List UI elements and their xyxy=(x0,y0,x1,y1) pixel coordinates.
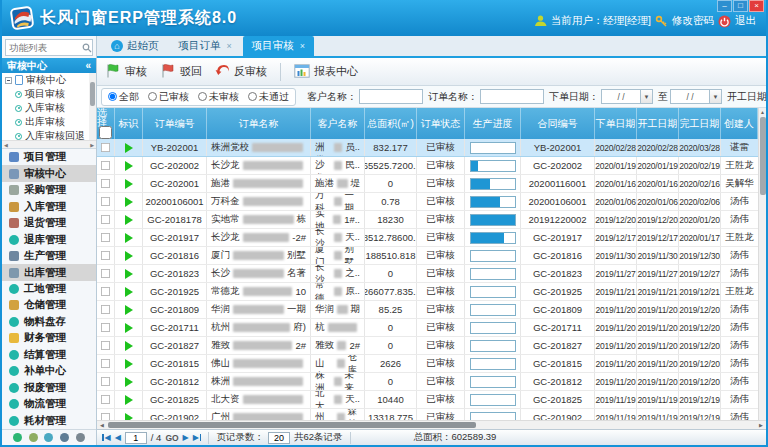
row-checkbox[interactable] xyxy=(101,305,110,314)
collapse-expander-icon[interactable] xyxy=(5,77,12,84)
table-row[interactable]: GC-202001施港施港堤0已审核202001160012020/01/162… xyxy=(97,175,758,193)
leaf-icon[interactable] xyxy=(44,433,53,442)
row-checkbox[interactable] xyxy=(101,287,110,296)
sidebar-panel-header[interactable]: 审核中心 « xyxy=(2,58,96,73)
row-checkbox[interactable] xyxy=(101,251,110,260)
table-row[interactable]: GC-201823长沙名著长沙之..0已审核GC-2018232019/11/2… xyxy=(97,265,758,283)
sidebar-module-2[interactable]: 采购管理 xyxy=(2,182,96,198)
collapse-icon[interactable]: « xyxy=(85,60,91,71)
function-search-input[interactable] xyxy=(6,42,82,53)
table-row[interactable]: GC-201816厦门别墅厦门别墅188510.818已审核GC-2018162… xyxy=(97,247,758,265)
sidebar-module-4[interactable]: 退货管理 xyxy=(2,215,96,231)
order-date-from-picker[interactable]: / /▼ xyxy=(601,89,653,104)
column-header-8[interactable]: 合同编号 xyxy=(521,108,595,139)
page-size-input[interactable] xyxy=(268,432,290,444)
row-checkbox[interactable] xyxy=(101,341,110,350)
row-checkbox[interactable] xyxy=(101,359,110,368)
row-checkbox[interactable] xyxy=(101,197,110,206)
table-row[interactable]: GC-201825北大资北大天..10440已审核GC-2018252019/1… xyxy=(97,391,758,409)
status-radio-option[interactable]: 全部 xyxy=(108,90,139,104)
table-row[interactable]: GC-201917长沙龙-2#长沙天..8512.78600..已审核GC-20… xyxy=(97,229,758,247)
table-row[interactable]: 20200106001万科金万科一期0.78已审核202001060012020… xyxy=(97,193,758,211)
customer-name-input[interactable] xyxy=(359,89,423,104)
sidebar-module-8[interactable]: 工地管理 xyxy=(2,281,96,297)
close-icon[interactable]: × xyxy=(749,0,764,12)
column-header-10[interactable]: 开工日期 xyxy=(637,108,679,139)
maximize-icon[interactable]: □ xyxy=(733,0,748,12)
scroll-right-icon[interactable]: ▶ xyxy=(90,142,94,148)
table-row[interactable]: GC-2018178实地常栋实地1#..18230已审核201912200022… xyxy=(97,211,758,229)
dot-icon[interactable] xyxy=(13,433,22,442)
table-row[interactable]: GC-202002长沙龙长沙龙民..65525.7200..已审核GC-2020… xyxy=(97,157,758,175)
first-page-button[interactable]: ◀ xyxy=(102,433,111,442)
table-row[interactable]: GC-201925常德龙10常德原..266077.835..已审核GC-201… xyxy=(97,283,758,301)
sidebar-module-11[interactable]: 财务管理 xyxy=(2,330,96,346)
column-header-1[interactable]: 标识 xyxy=(115,108,143,139)
row-checkbox[interactable] xyxy=(101,179,110,188)
sidebar-module-5[interactable]: 退库管理 xyxy=(2,231,96,247)
status-radio-1[interactable] xyxy=(148,92,157,101)
row-checkbox[interactable] xyxy=(101,323,110,332)
sidebar-module-9[interactable]: 仓储管理 xyxy=(2,297,96,313)
status-radio-option[interactable]: 未审核 xyxy=(198,90,239,104)
logout-button[interactable]: 退出 xyxy=(735,14,756,28)
toolbar-button-0[interactable]: 审核 xyxy=(105,63,147,81)
sidebar-module-12[interactable]: 结算管理 xyxy=(2,347,96,363)
row-checkbox[interactable] xyxy=(101,413,110,420)
prev-page-button[interactable]: ◀ xyxy=(115,433,121,442)
row-checkbox[interactable] xyxy=(101,233,110,242)
table-row[interactable]: GC-201809华润一期华润期85.25已审核GC-2018092019/11… xyxy=(97,301,758,319)
table-horizontal-scrollbar[interactable]: ◀ ▶ xyxy=(97,420,766,429)
last-page-button[interactable]: ▶ xyxy=(193,433,202,442)
row-checkbox[interactable] xyxy=(101,395,110,404)
toolbar-button-2[interactable]: 反审核 xyxy=(215,64,267,79)
column-header-2[interactable]: 订单编号 xyxy=(143,108,207,139)
tab-close-icon[interactable]: × xyxy=(227,41,232,51)
column-header-0[interactable]: 选择 xyxy=(97,108,115,139)
more-icon[interactable] xyxy=(76,433,85,442)
toolbar-button-1[interactable]: 驳回 xyxy=(160,63,202,81)
sidebar-module-13[interactable]: 补单中心 xyxy=(2,363,96,379)
sidebar-module-10[interactable]: 物料盘存 xyxy=(2,314,96,330)
row-checkbox[interactable] xyxy=(101,161,110,170)
sidebar-module-15[interactable]: 物流管理 xyxy=(2,396,96,412)
column-header-12[interactable]: 创建人 xyxy=(721,108,758,139)
sidebar-module-7[interactable]: 出库管理 xyxy=(2,264,96,280)
toolbar-button-3[interactable]: 报表中心 xyxy=(294,64,358,80)
tab-2[interactable]: 项目审核× xyxy=(243,36,314,56)
tree-horizontal-scrollbar[interactable]: ◀▶ xyxy=(2,140,96,148)
column-header-4[interactable]: 客户名称 xyxy=(311,108,365,139)
table-row[interactable]: GC-201711杭州府)杭0已审核GC-2017112019/11/20201… xyxy=(97,319,758,337)
sidebar-module-16[interactable]: 耗材管理 xyxy=(2,413,96,429)
tab-0[interactable]: ⌂起始页 xyxy=(102,36,168,56)
sidebar-module-6[interactable]: 生产管理 xyxy=(2,248,96,264)
row-checkbox[interactable] xyxy=(101,377,110,386)
order-name-input[interactable] xyxy=(480,89,544,104)
next-page-button[interactable]: ▶ xyxy=(183,433,189,442)
column-header-3[interactable]: 订单名称 xyxy=(207,108,311,139)
status-radio-0[interactable] xyxy=(108,92,117,101)
status-radio-2[interactable] xyxy=(198,92,207,101)
column-header-5[interactable]: 总面积(㎡) xyxy=(365,108,417,139)
row-checkbox[interactable] xyxy=(101,143,110,152)
tree-item-3[interactable]: 入库审核回退 xyxy=(2,129,89,140)
go-button[interactable]: GO xyxy=(165,433,178,443)
table-vertical-scrollbar[interactable]: ▲ xyxy=(758,108,766,420)
sidebar-module-1[interactable]: 审核中心 xyxy=(2,165,96,181)
scroll-left-icon[interactable]: ◀ xyxy=(97,422,107,428)
minimize-icon[interactable]: – xyxy=(717,0,732,12)
column-header-9[interactable]: 下单日期 xyxy=(595,108,637,139)
change-password-button[interactable]: 修改密码 xyxy=(672,14,714,28)
table-row[interactable]: GC-201815佛山佛山中仓库2626已审核GC-2018152019/11/… xyxy=(97,355,758,373)
tree-item-1[interactable]: 入库审核 xyxy=(2,101,89,115)
table-row[interactable]: YB-202001株洲党校株洲党员..832.177已审核YB-20200120… xyxy=(97,139,758,157)
page-number-input[interactable] xyxy=(125,432,147,444)
scrollbar-thumb[interactable] xyxy=(760,117,766,195)
order-date-to-picker[interactable]: / /▼ xyxy=(670,89,722,104)
status-radio-3[interactable] xyxy=(248,92,257,101)
cart-icon[interactable] xyxy=(29,433,38,442)
person-icon[interactable] xyxy=(60,433,69,442)
scroll-right-icon[interactable]: ▶ xyxy=(756,422,766,428)
tree-item-0[interactable]: 项目审核 xyxy=(2,87,89,101)
table-row[interactable]: GC-201827雅致2#雅致2#0已审核GC-2018272019/11/20… xyxy=(97,337,758,355)
